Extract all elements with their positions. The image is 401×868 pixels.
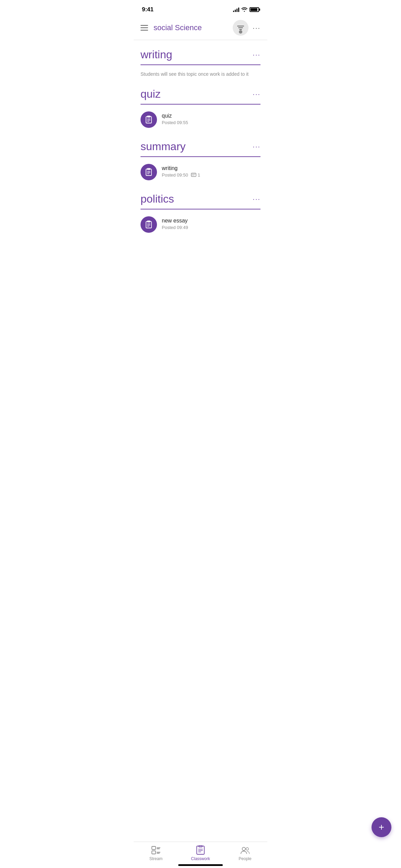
- topic-summary: summary ··· writing Posted 09:50: [141, 140, 260, 184]
- assignment-quiz-info: quiz Posted 09:55: [162, 111, 188, 125]
- header: social Science ···: [134, 17, 267, 40]
- menu-button[interactable]: [141, 25, 148, 31]
- assignment-quiz-icon: [141, 111, 157, 128]
- topic-summary-header: summary ···: [141, 140, 260, 153]
- topic-summary-divider: [141, 156, 260, 157]
- assignment-quiz-posted: Posted 09:55: [162, 120, 188, 125]
- topic-quiz-header: quiz ···: [141, 88, 260, 100]
- topic-politics: politics ··· new essay Posted 09:49: [141, 193, 260, 237]
- assignment-writing-title: writing: [162, 165, 200, 171]
- filter-icon: [237, 25, 244, 31]
- assignment-new-essay-icon: [141, 216, 157, 233]
- comment-badge: 1: [191, 172, 200, 178]
- topic-quiz-title: quiz: [141, 88, 161, 100]
- svg-rect-8: [146, 169, 151, 176]
- assignment-new-essay-posted: Posted 09:49: [162, 225, 188, 230]
- topic-quiz-more[interactable]: ···: [253, 90, 260, 98]
- topic-writing-title: writing: [141, 48, 172, 61]
- topic-politics-title: politics: [141, 193, 174, 205]
- header-right: ···: [233, 20, 260, 36]
- signal-icon: [233, 7, 239, 12]
- topic-politics-header: politics ···: [141, 193, 260, 205]
- header-left: social Science: [141, 23, 202, 32]
- topic-summary-title: summary: [141, 140, 186, 153]
- topic-writing-header: writing ···: [141, 48, 260, 61]
- svg-rect-16: [146, 221, 151, 228]
- svg-rect-13: [191, 173, 196, 177]
- filter-dot: [239, 30, 242, 34]
- content-area: writing ··· Students will see this topic…: [134, 48, 267, 271]
- header-more-button[interactable]: ···: [253, 24, 260, 32]
- topic-quiz: quiz ··· quiz Posted 09:55: [141, 88, 260, 132]
- assignment-writing-meta: Posted 09:50 1: [162, 172, 200, 178]
- filter-button[interactable]: [233, 20, 248, 36]
- clipboard-icon: [144, 220, 153, 229]
- comment-icon: [191, 173, 196, 178]
- assignment-quiz-title: quiz: [162, 113, 188, 119]
- assignment-quiz[interactable]: quiz Posted 09:55: [141, 109, 260, 132]
- svg-rect-3: [146, 117, 151, 123]
- topic-summary-more[interactable]: ···: [253, 143, 260, 150]
- wifi-icon: [241, 7, 247, 13]
- clipboard-icon: [144, 168, 153, 177]
- assignment-writing[interactable]: writing Posted 09:50 1: [141, 162, 260, 184]
- page-title: social Science: [154, 23, 202, 32]
- assignment-writing-icon: [141, 164, 157, 180]
- header-divider: [134, 40, 267, 40]
- topic-writing-more[interactable]: ···: [253, 51, 260, 59]
- assignment-new-essay[interactable]: new essay Posted 09:49: [141, 214, 260, 237]
- battery-icon: [250, 7, 259, 12]
- status-bar: 9:41: [134, 0, 267, 17]
- topic-quiz-divider: [141, 104, 260, 105]
- status-icons: [233, 7, 259, 13]
- assignment-quiz-meta: Posted 09:55: [162, 120, 188, 125]
- assignment-writing-info: writing Posted 09:50 1: [162, 164, 200, 178]
- comment-count: 1: [198, 172, 200, 178]
- assignment-new-essay-title: new essay: [162, 218, 188, 224]
- assignment-new-essay-meta: Posted 09:49: [162, 225, 188, 230]
- clipboard-icon: [144, 115, 153, 124]
- topic-writing-empty-text: Students will see this topic once work i…: [141, 70, 260, 80]
- assignment-writing-posted: Posted 09:50: [162, 172, 188, 178]
- topic-politics-divider: [141, 209, 260, 209]
- topic-writing: writing ··· Students will see this topic…: [141, 48, 260, 80]
- topic-politics-more[interactable]: ···: [253, 195, 260, 203]
- assignment-new-essay-info: new essay Posted 09:49: [162, 216, 188, 230]
- status-time: 9:41: [142, 6, 154, 13]
- topic-writing-divider: [141, 64, 260, 65]
